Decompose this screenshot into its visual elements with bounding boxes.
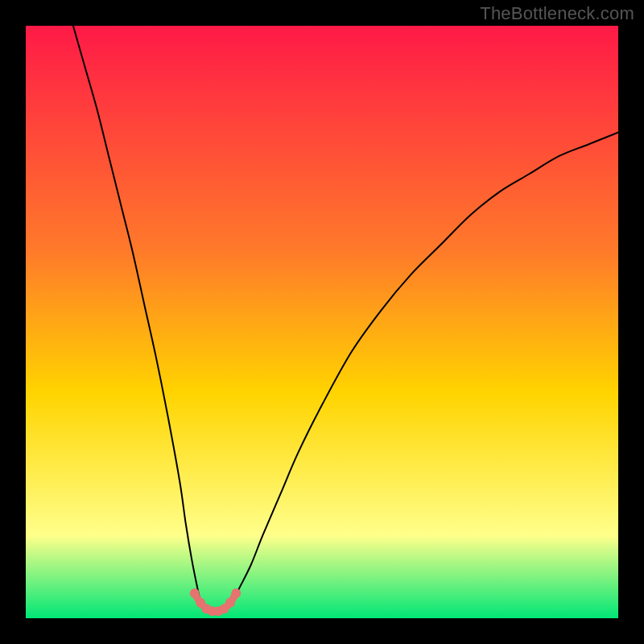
- gradient-background: [26, 26, 618, 618]
- chart-frame: [26, 26, 618, 618]
- bottleneck-curve-chart: [26, 26, 618, 618]
- marker-bottom-arc: [225, 598, 235, 608]
- watermark-text: TheBottleneck.com: [480, 3, 634, 24]
- marker-bottom-arc: [190, 588, 200, 598]
- marker-bottom-arc: [231, 588, 241, 598]
